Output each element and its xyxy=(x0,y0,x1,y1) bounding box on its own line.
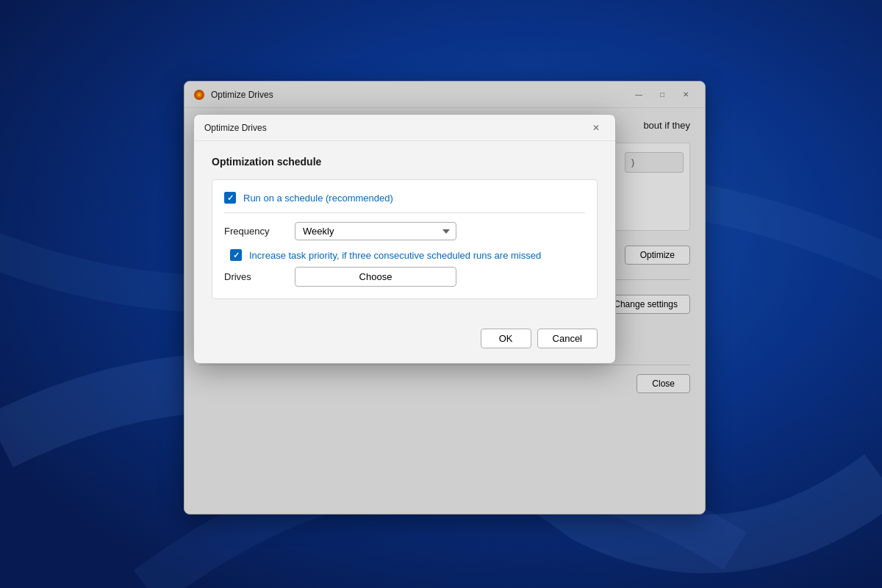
modal-titlebar: Optimize Drives ✕ xyxy=(194,115,615,141)
run-on-schedule-row: ✓ Run on a schedule (recommended) xyxy=(224,192,585,204)
drives-label: Drives xyxy=(224,271,283,282)
frequency-label: Frequency xyxy=(224,226,283,237)
choose-button[interactable]: Choose xyxy=(295,267,456,287)
modal-close-button[interactable]: ✕ xyxy=(587,119,605,137)
modal-title: Optimize Drives xyxy=(204,123,267,133)
modal-dialog: Optimize Drives ✕ Optimization schedule … xyxy=(193,114,616,364)
priority-check-mark: ✓ xyxy=(233,251,240,260)
modal-footer: OK Cancel xyxy=(194,326,615,363)
drives-row: Drives Choose xyxy=(224,267,585,287)
ok-button[interactable]: OK xyxy=(481,329,531,348)
modal-options-box: ✓ Run on a schedule (recommended) Freque… xyxy=(212,179,598,299)
modal-section-title: Optimization schedule xyxy=(212,156,598,168)
frequency-dropdown[interactable]: Weekly Daily Monthly xyxy=(295,222,456,240)
run-on-schedule-checkbox[interactable]: ✓ xyxy=(224,192,236,204)
frequency-row: Frequency Weekly Daily Monthly xyxy=(224,222,585,240)
checkbox-check-mark: ✓ xyxy=(227,193,234,203)
increase-priority-label: Increase task priority, if three consecu… xyxy=(249,250,541,261)
divider xyxy=(224,212,585,213)
modal-overlay: Optimize Drives ✕ Optimization schedule … xyxy=(0,0,882,588)
modal-content: Optimization schedule ✓ Run on a schedul… xyxy=(194,141,615,326)
increase-priority-row: ✓ Increase task priority, if three conse… xyxy=(230,249,585,261)
run-on-schedule-label: Run on a schedule (recommended) xyxy=(243,193,393,204)
cancel-button[interactable]: Cancel xyxy=(537,329,598,348)
increase-priority-checkbox[interactable]: ✓ xyxy=(230,249,242,261)
